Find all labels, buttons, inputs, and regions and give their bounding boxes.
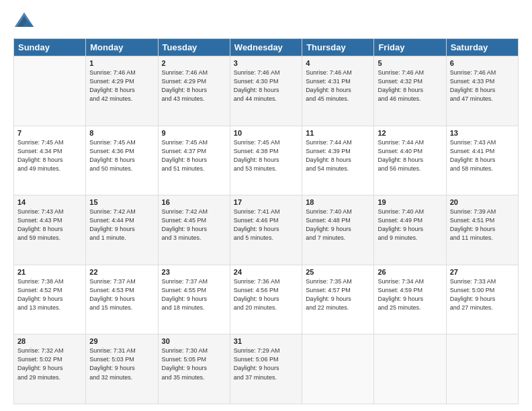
day-cell: 22Sunrise: 7:37 AM Sunset: 4:53 PM Dayli… [86, 265, 158, 334]
day-number: 9 [162, 129, 226, 137]
day-cell: 2Sunrise: 7:46 AM Sunset: 4:29 PM Daylig… [158, 56, 230, 126]
day-number: 20 [450, 198, 515, 206]
day-number: 19 [378, 198, 442, 206]
day-cell: 30Sunrise: 7:30 AM Sunset: 5:05 PM Dayli… [158, 334, 230, 404]
day-cell: 17Sunrise: 7:41 AM Sunset: 4:46 PM Dayli… [230, 195, 302, 265]
day-number: 5 [378, 59, 442, 67]
col-header-sunday: Sunday [14, 39, 86, 56]
day-cell: 6Sunrise: 7:46 AM Sunset: 4:33 PM Daylig… [446, 56, 518, 126]
logo-icon [13, 10, 35, 32]
day-number: 26 [378, 268, 442, 276]
day-info: Sunrise: 7:46 AM Sunset: 4:30 PM Dayligh… [234, 68, 298, 103]
day-number: 11 [306, 129, 370, 137]
day-number: 21 [17, 268, 82, 276]
calendar-table: SundayMondayTuesdayWednesdayThursdayFrid… [13, 38, 519, 404]
day-info: Sunrise: 7:46 AM Sunset: 4:32 PM Dayligh… [378, 68, 442, 103]
day-number: 18 [306, 198, 370, 206]
day-number: 30 [162, 337, 226, 345]
day-info: Sunrise: 7:42 AM Sunset: 4:44 PM Dayligh… [89, 208, 154, 242]
day-cell [446, 334, 518, 404]
day-info: Sunrise: 7:45 AM Sunset: 4:34 PM Dayligh… [17, 138, 82, 173]
day-number: 25 [306, 268, 370, 276]
day-cell: 20Sunrise: 7:39 AM Sunset: 4:51 PM Dayli… [446, 195, 518, 265]
day-number: 6 [450, 59, 515, 67]
day-number: 13 [450, 129, 515, 137]
day-cell: 26Sunrise: 7:34 AM Sunset: 4:59 PM Dayli… [374, 265, 446, 334]
day-cell: 14Sunrise: 7:43 AM Sunset: 4:43 PM Dayli… [14, 195, 86, 265]
day-info: Sunrise: 7:32 AM Sunset: 5:02 PM Dayligh… [17, 347, 82, 381]
day-number: 1 [89, 59, 154, 67]
day-number: 14 [17, 198, 82, 206]
day-info: Sunrise: 7:45 AM Sunset: 4:37 PM Dayligh… [162, 138, 226, 173]
header [13, 10, 519, 32]
day-number: 4 [306, 59, 370, 67]
day-cell: 29Sunrise: 7:31 AM Sunset: 5:03 PM Dayli… [86, 334, 158, 404]
day-info: Sunrise: 7:31 AM Sunset: 5:03 PM Dayligh… [89, 347, 154, 381]
day-info: Sunrise: 7:44 AM Sunset: 4:39 PM Dayligh… [306, 138, 370, 173]
day-cell: 3Sunrise: 7:46 AM Sunset: 4:30 PM Daylig… [230, 56, 302, 126]
col-header-tuesday: Tuesday [158, 39, 230, 56]
day-cell [302, 334, 374, 404]
week-row-2: 14Sunrise: 7:43 AM Sunset: 4:43 PM Dayli… [14, 195, 519, 265]
day-cell: 8Sunrise: 7:45 AM Sunset: 4:36 PM Daylig… [86, 126, 158, 195]
logo [13, 10, 38, 32]
day-info: Sunrise: 7:29 AM Sunset: 5:06 PM Dayligh… [234, 347, 298, 381]
day-info: Sunrise: 7:40 AM Sunset: 4:49 PM Dayligh… [378, 208, 442, 242]
week-row-0: 1Sunrise: 7:46 AM Sunset: 4:29 PM Daylig… [14, 56, 519, 126]
day-number: 2 [162, 59, 226, 67]
day-cell: 31Sunrise: 7:29 AM Sunset: 5:06 PM Dayli… [230, 334, 302, 404]
day-cell: 21Sunrise: 7:38 AM Sunset: 4:52 PM Dayli… [14, 265, 86, 334]
day-info: Sunrise: 7:33 AM Sunset: 5:00 PM Dayligh… [450, 277, 515, 312]
day-number: 10 [234, 129, 298, 137]
day-info: Sunrise: 7:46 AM Sunset: 4:33 PM Dayligh… [450, 68, 515, 103]
day-cell: 9Sunrise: 7:45 AM Sunset: 4:37 PM Daylig… [158, 126, 230, 195]
day-info: Sunrise: 7:40 AM Sunset: 4:48 PM Dayligh… [306, 208, 370, 242]
day-cell: 13Sunrise: 7:43 AM Sunset: 4:41 PM Dayli… [446, 126, 518, 195]
day-info: Sunrise: 7:30 AM Sunset: 5:05 PM Dayligh… [162, 347, 226, 381]
day-number: 8 [89, 129, 154, 137]
day-info: Sunrise: 7:44 AM Sunset: 4:40 PM Dayligh… [378, 138, 442, 173]
day-cell: 24Sunrise: 7:36 AM Sunset: 4:56 PM Dayli… [230, 265, 302, 334]
day-number: 7 [17, 129, 82, 137]
day-cell: 1Sunrise: 7:46 AM Sunset: 4:29 PM Daylig… [86, 56, 158, 126]
day-number: 22 [89, 268, 154, 276]
day-number: 17 [234, 198, 298, 206]
day-number: 12 [378, 129, 442, 137]
day-info: Sunrise: 7:46 AM Sunset: 4:31 PM Dayligh… [306, 68, 370, 103]
day-number: 31 [234, 337, 298, 345]
day-number: 27 [450, 268, 515, 276]
day-cell: 11Sunrise: 7:44 AM Sunset: 4:39 PM Dayli… [302, 126, 374, 195]
day-cell: 18Sunrise: 7:40 AM Sunset: 4:48 PM Dayli… [302, 195, 374, 265]
day-cell: 7Sunrise: 7:45 AM Sunset: 4:34 PM Daylig… [14, 126, 86, 195]
day-cell: 19Sunrise: 7:40 AM Sunset: 4:49 PM Dayli… [374, 195, 446, 265]
week-row-3: 21Sunrise: 7:38 AM Sunset: 4:52 PM Dayli… [14, 265, 519, 334]
col-header-friday: Friday [374, 39, 446, 56]
day-info: Sunrise: 7:37 AM Sunset: 4:53 PM Dayligh… [89, 277, 154, 312]
day-cell: 27Sunrise: 7:33 AM Sunset: 5:00 PM Dayli… [446, 265, 518, 334]
day-cell: 16Sunrise: 7:42 AM Sunset: 4:45 PM Dayli… [158, 195, 230, 265]
day-cell [374, 334, 446, 404]
week-row-1: 7Sunrise: 7:45 AM Sunset: 4:34 PM Daylig… [14, 126, 519, 195]
day-cell: 12Sunrise: 7:44 AM Sunset: 4:40 PM Dayli… [374, 126, 446, 195]
week-row-4: 28Sunrise: 7:32 AM Sunset: 5:02 PM Dayli… [14, 334, 519, 404]
day-info: Sunrise: 7:35 AM Sunset: 4:57 PM Dayligh… [306, 277, 370, 312]
day-info: Sunrise: 7:37 AM Sunset: 4:55 PM Dayligh… [162, 277, 226, 312]
day-info: Sunrise: 7:39 AM Sunset: 4:51 PM Dayligh… [450, 208, 515, 242]
day-info: Sunrise: 7:43 AM Sunset: 4:43 PM Dayligh… [17, 208, 82, 242]
day-number: 15 [89, 198, 154, 206]
col-header-thursday: Thursday [302, 39, 374, 56]
day-number: 28 [17, 337, 82, 345]
col-header-wednesday: Wednesday [230, 39, 302, 56]
day-info: Sunrise: 7:34 AM Sunset: 4:59 PM Dayligh… [378, 277, 442, 312]
day-cell: 23Sunrise: 7:37 AM Sunset: 4:55 PM Dayli… [158, 265, 230, 334]
day-number: 29 [89, 337, 154, 345]
header-row: SundayMondayTuesdayWednesdayThursdayFrid… [14, 39, 519, 56]
day-cell: 25Sunrise: 7:35 AM Sunset: 4:57 PM Dayli… [302, 265, 374, 334]
day-number: 24 [234, 268, 298, 276]
day-info: Sunrise: 7:36 AM Sunset: 4:56 PM Dayligh… [234, 277, 298, 312]
day-cell: 10Sunrise: 7:45 AM Sunset: 4:38 PM Dayli… [230, 126, 302, 195]
day-cell: 5Sunrise: 7:46 AM Sunset: 4:32 PM Daylig… [374, 56, 446, 126]
day-info: Sunrise: 7:46 AM Sunset: 4:29 PM Dayligh… [162, 68, 226, 103]
day-number: 16 [162, 198, 226, 206]
day-cell: 4Sunrise: 7:46 AM Sunset: 4:31 PM Daylig… [302, 56, 374, 126]
